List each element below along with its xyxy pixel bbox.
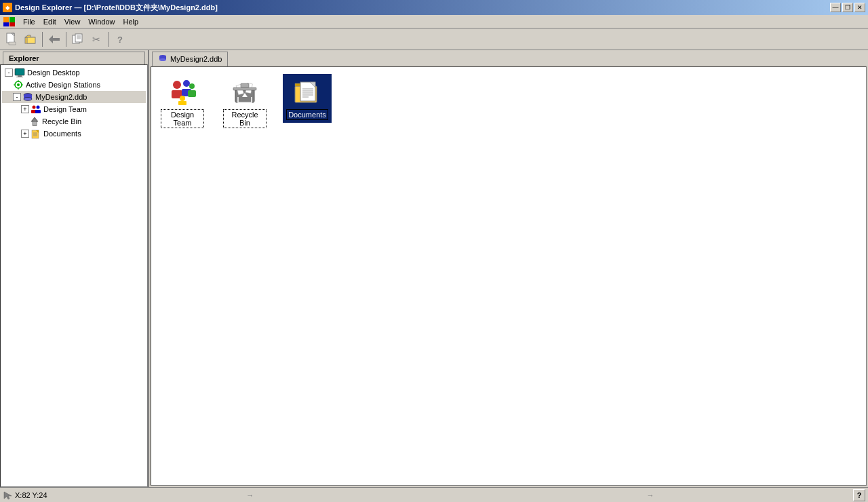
svg-point-33 [37, 106, 40, 109]
recycle-bin-label: Recycle Bin [223, 109, 267, 128]
svg-rect-1 [9, 17, 15, 22]
restore-button[interactable]: ❐ [842, 3, 853, 12]
menu-help[interactable]: Help [119, 16, 142, 27]
svg-rect-52 [188, 90, 196, 97]
menu-edit[interactable]: Edit [39, 16, 60, 27]
svg-rect-21 [16, 77, 23, 77]
menu-view[interactable]: View [60, 16, 85, 27]
content-design-team[interactable]: Design Team [158, 74, 207, 131]
cursor-icon [3, 490, 12, 500]
svg-marker-70 [4, 492, 12, 499]
open-button[interactable] [22, 31, 39, 48]
documents-label: Documents [286, 109, 328, 120]
toolbar-sep-2 [66, 32, 66, 47]
content-tab[interactable]: MyDesign2.ddb [152, 52, 228, 66]
svg-point-51 [189, 83, 195, 89]
expand-design-team[interactable]: + [21, 105, 29, 113]
desktop-icon [14, 67, 25, 78]
menu-bar-icon [3, 16, 16, 28]
explorer-tab[interactable]: Explorer [3, 52, 145, 64]
menu-window[interactable]: Window [84, 16, 119, 27]
tree-label-design-team: Design Team [43, 105, 87, 113]
documents-content-icon [292, 77, 322, 107]
recycle-tree-icon [29, 116, 40, 127]
svg-rect-2 [3, 22, 9, 26]
new-button[interactable] [3, 31, 20, 48]
content-recycle-bin[interactable]: Recycle Bin [220, 74, 269, 131]
svg-rect-19 [15, 69, 24, 75]
design-team-content-icon [167, 77, 197, 107]
tree-item-design-team[interactable]: + Design Team [2, 103, 146, 115]
tree-item-active-design-stations[interactable]: Active Design Stations [2, 79, 146, 91]
tree-label-active-design-stations: Active Design Stations [26, 81, 100, 89]
svg-text:?: ? [117, 35, 123, 45]
menu-file[interactable]: File [19, 16, 39, 27]
toolbar-sep-1 [42, 32, 43, 47]
tree-item-mydesign2[interactable]: - MyDesign2.ddb [2, 91, 146, 103]
design-team-tree-icon [31, 104, 41, 115]
svg-rect-13 [75, 34, 82, 42]
svg-point-23 [17, 83, 20, 86]
tree-label-design-desktop: Design Desktop [27, 69, 80, 77]
svg-rect-60 [241, 83, 249, 88]
tree-label-mydesign2: MyDesign2.ddb [35, 93, 87, 101]
stations-icon [13, 79, 24, 90]
svg-point-49 [183, 80, 190, 87]
status-coords: X:82 Y:24 [3, 490, 47, 500]
title-bar-left: ◆ Design Explorer — [D:\Protel\DDB文件夹\My… [3, 3, 218, 13]
arrow-icon-2: → [646, 491, 654, 499]
close-button[interactable]: ✕ [854, 3, 865, 12]
status-help-button[interactable]: ? [853, 489, 865, 501]
tree-container: - Design Desktop [0, 64, 148, 487]
minimize-button[interactable]: — [830, 3, 841, 12]
status-section-1: → [53, 491, 448, 499]
right-panel: MyDesign2.ddb [149, 50, 868, 487]
expand-documents[interactable]: + [21, 130, 29, 138]
back-button[interactable] [45, 31, 63, 48]
app-icon: ◆ [3, 3, 12, 12]
content-documents[interactable]: Documents [283, 74, 332, 123]
title-bar: ◆ Design Explorer — [D:\Protel\DDB文件夹\My… [0, 0, 868, 15]
svg-point-46 [159, 58, 166, 61]
recycle-bin-content-icon [230, 77, 260, 107]
expand-design-desktop[interactable]: - [5, 69, 13, 77]
tree-item-recycle-bin[interactable]: Recycle Bin [2, 115, 146, 128]
toolbar: ✂ ? [0, 28, 868, 50]
main-layout: Explorer - Design Desktop [0, 50, 868, 487]
help-toolbar-button[interactable]: ? [112, 31, 130, 48]
svg-rect-59 [233, 88, 256, 90]
content-tab-bar: MyDesign2.ddb [149, 50, 868, 66]
documents-tree-icon [31, 128, 41, 139]
content-tab-icon [158, 54, 167, 64]
svg-text:✂: ✂ [92, 34, 100, 45]
menu-bar: File Edit View Window Help [0, 15, 868, 28]
copy-button[interactable] [69, 31, 87, 48]
tree-label-recycle-bin: Recycle Bin [42, 117, 81, 125]
svg-marker-10 [49, 35, 53, 43]
svg-rect-6 [9, 42, 16, 45]
svg-rect-9 [27, 37, 35, 43]
content-tab-label: MyDesign2.ddb [170, 55, 222, 63]
status-bar: X:82 Y:24 → → ? [0, 487, 868, 502]
title-bar-controls: — ❐ ✕ [830, 3, 865, 12]
tree-item-documents[interactable]: + Documents [2, 128, 146, 140]
svg-point-47 [173, 81, 181, 89]
expand-mydesign2[interactable]: - [13, 93, 21, 101]
svg-point-53 [180, 96, 185, 101]
svg-rect-0 [3, 17, 9, 22]
content-area: Design Team [151, 66, 867, 486]
tree-item-design-desktop[interactable]: - Design Desktop [2, 66, 146, 79]
design-team-label: Design Team [161, 109, 204, 128]
coords-text: X:82 Y:24 [15, 491, 47, 499]
ddb-icon [22, 92, 33, 102]
svg-point-31 [33, 106, 36, 109]
svg-rect-3 [9, 22, 15, 26]
tree-label-documents: Documents [43, 130, 81, 138]
status-section-2: → [453, 491, 848, 499]
left-panel: Explorer - Design Desktop [0, 50, 149, 487]
svg-point-30 [24, 98, 32, 101]
cut-button[interactable]: ✂ [88, 31, 106, 48]
svg-rect-11 [53, 38, 60, 41]
svg-rect-34 [35, 110, 41, 113]
toolbar-sep-3 [108, 32, 109, 47]
